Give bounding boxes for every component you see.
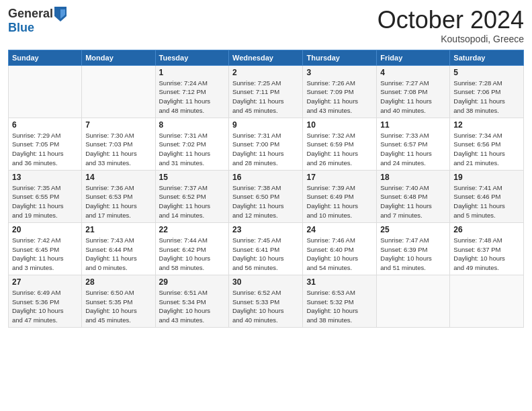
day-cell: 29Sunrise: 6:51 AM Sunset: 5:34 PM Dayli… — [155, 275, 228, 327]
day-cell: 11Sunrise: 7:33 AM Sunset: 6:57 PM Dayli… — [377, 118, 450, 170]
day-number: 17 — [306, 173, 373, 182]
day-cell: 5Sunrise: 7:28 AM Sunset: 7:06 PM Daylig… — [450, 65, 524, 118]
day-cell: 30Sunrise: 6:52 AM Sunset: 5:33 PM Dayli… — [228, 275, 303, 327]
day-cell: 6Sunrise: 7:29 AM Sunset: 7:05 PM Daylig… — [9, 118, 82, 170]
header-cell-saturday: Saturday — [450, 50, 524, 65]
day-cell: 14Sunrise: 7:36 AM Sunset: 6:53 PM Dayli… — [82, 170, 155, 222]
day-info: Sunrise: 7:32 AM Sunset: 6:59 PM Dayligh… — [306, 131, 373, 168]
day-info: Sunrise: 7:35 AM Sunset: 6:55 PM Dayligh… — [12, 183, 78, 220]
day-info: Sunrise: 7:39 AM Sunset: 6:49 PM Dayligh… — [306, 183, 373, 220]
day-number: 8 — [159, 120, 225, 130]
header-cell-sunday: Sunday — [9, 50, 82, 65]
day-number: 13 — [12, 173, 78, 182]
day-number: 22 — [159, 225, 225, 234]
header-cell-monday: Monday — [82, 50, 155, 65]
title-block: October 2024 Koutsopodi, Greece — [378, 7, 524, 44]
header-row: SundayMondayTuesdayWednesdayThursdayFrid… — [9, 50, 524, 65]
day-info: Sunrise: 6:51 AM Sunset: 5:34 PM Dayligh… — [159, 288, 225, 325]
day-number: 15 — [159, 173, 225, 182]
day-info: Sunrise: 6:52 AM Sunset: 5:33 PM Dayligh… — [232, 288, 300, 325]
day-number: 19 — [453, 173, 520, 182]
day-cell: 25Sunrise: 7:47 AM Sunset: 6:39 PM Dayli… — [377, 222, 450, 275]
day-cell: 21Sunrise: 7:43 AM Sunset: 6:44 PM Dayli… — [82, 222, 155, 275]
logo-general: General — [8, 7, 53, 21]
header-cell-tuesday: Tuesday — [155, 50, 228, 65]
day-info: Sunrise: 7:40 AM Sunset: 6:48 PM Dayligh… — [380, 183, 446, 220]
day-info: Sunrise: 6:49 AM Sunset: 5:36 PM Dayligh… — [12, 288, 78, 325]
day-cell: 10Sunrise: 7:32 AM Sunset: 6:59 PM Dayli… — [303, 118, 377, 170]
day-cell: 4Sunrise: 7:27 AM Sunset: 7:08 PM Daylig… — [377, 65, 450, 118]
week-row-3: 13Sunrise: 7:35 AM Sunset: 6:55 PM Dayli… — [9, 170, 524, 222]
day-number: 16 — [232, 173, 300, 182]
day-cell: 16Sunrise: 7:38 AM Sunset: 6:50 PM Dayli… — [228, 170, 303, 222]
day-cell: 13Sunrise: 7:35 AM Sunset: 6:55 PM Dayli… — [9, 170, 82, 222]
calendar-table: SundayMondayTuesdayWednesdayThursdayFrid… — [8, 50, 524, 328]
day-cell: 9Sunrise: 7:31 AM Sunset: 7:00 PM Daylig… — [228, 118, 303, 170]
day-cell: 20Sunrise: 7:42 AM Sunset: 6:45 PM Dayli… — [9, 222, 82, 275]
day-info: Sunrise: 6:53 AM Sunset: 5:32 PM Dayligh… — [306, 288, 373, 325]
day-cell: 24Sunrise: 7:46 AM Sunset: 6:40 PM Dayli… — [303, 222, 377, 275]
day-number: 26 — [453, 225, 520, 234]
logo-blue: Blue — [8, 21, 34, 34]
day-info: Sunrise: 7:29 AM Sunset: 7:05 PM Dayligh… — [12, 131, 78, 168]
day-number: 29 — [159, 277, 225, 287]
day-info: Sunrise: 7:31 AM Sunset: 7:02 PM Dayligh… — [159, 131, 225, 168]
day-cell — [377, 275, 450, 327]
day-info: Sunrise: 7:28 AM Sunset: 7:06 PM Dayligh… — [453, 79, 520, 116]
day-number: 2 — [232, 68, 300, 77]
day-cell — [82, 65, 155, 118]
day-number: 4 — [380, 68, 446, 77]
day-cell: 15Sunrise: 7:37 AM Sunset: 6:52 PM Dayli… — [155, 170, 228, 222]
day-cell: 1Sunrise: 7:24 AM Sunset: 7:12 PM Daylig… — [155, 65, 228, 118]
day-cell: 18Sunrise: 7:40 AM Sunset: 6:48 PM Dayli… — [377, 170, 450, 222]
day-info: Sunrise: 7:24 AM Sunset: 7:12 PM Dayligh… — [159, 79, 225, 116]
day-cell: 12Sunrise: 7:34 AM Sunset: 6:56 PM Dayli… — [450, 118, 524, 170]
day-number: 11 — [380, 120, 446, 130]
day-info: Sunrise: 7:33 AM Sunset: 6:57 PM Dayligh… — [380, 131, 446, 168]
day-info: Sunrise: 7:47 AM Sunset: 6:39 PM Dayligh… — [380, 236, 446, 273]
logo: General Blue — [8, 7, 66, 35]
day-cell — [9, 65, 82, 118]
day-number: 10 — [306, 120, 373, 130]
day-info: Sunrise: 6:50 AM Sunset: 5:35 PM Dayligh… — [85, 288, 151, 325]
day-info: Sunrise: 7:36 AM Sunset: 6:53 PM Dayligh… — [85, 183, 151, 220]
week-row-4: 20Sunrise: 7:42 AM Sunset: 6:45 PM Dayli… — [9, 222, 524, 275]
day-cell: 23Sunrise: 7:45 AM Sunset: 6:41 PM Dayli… — [228, 222, 303, 275]
day-number: 18 — [380, 173, 446, 182]
day-info: Sunrise: 7:42 AM Sunset: 6:45 PM Dayligh… — [12, 236, 78, 273]
logo-icon — [54, 7, 66, 21]
day-cell — [450, 275, 524, 327]
day-info: Sunrise: 7:43 AM Sunset: 6:44 PM Dayligh… — [85, 236, 151, 273]
day-info: Sunrise: 7:25 AM Sunset: 7:11 PM Dayligh… — [232, 79, 300, 116]
day-cell: 3Sunrise: 7:26 AM Sunset: 7:09 PM Daylig… — [303, 65, 377, 118]
week-row-2: 6Sunrise: 7:29 AM Sunset: 7:05 PM Daylig… — [9, 118, 524, 170]
month-title: October 2024 — [378, 7, 524, 34]
header-cell-friday: Friday — [377, 50, 450, 65]
header-cell-wednesday: Wednesday — [228, 50, 303, 65]
page-container: General Blue October 2024 Koutsopodi, Gr… — [0, 0, 532, 333]
location: Koutsopodi, Greece — [378, 34, 524, 44]
page-header: General Blue October 2024 Koutsopodi, Gr… — [8, 7, 524, 44]
day-cell: 22Sunrise: 7:44 AM Sunset: 6:42 PM Dayli… — [155, 222, 228, 275]
day-info: Sunrise: 7:48 AM Sunset: 6:37 PM Dayligh… — [453, 236, 520, 273]
day-number: 25 — [380, 225, 446, 234]
day-info: Sunrise: 7:26 AM Sunset: 7:09 PM Dayligh… — [306, 79, 373, 116]
day-info: Sunrise: 7:30 AM Sunset: 7:03 PM Dayligh… — [85, 131, 151, 168]
day-number: 9 — [232, 120, 300, 130]
day-number: 21 — [85, 225, 151, 234]
day-cell: 2Sunrise: 7:25 AM Sunset: 7:11 PM Daylig… — [228, 65, 303, 118]
day-info: Sunrise: 7:41 AM Sunset: 6:46 PM Dayligh… — [453, 183, 520, 220]
day-number: 30 — [232, 277, 300, 287]
day-number: 23 — [232, 225, 300, 234]
day-number: 31 — [306, 277, 373, 287]
week-row-5: 27Sunrise: 6:49 AM Sunset: 5:36 PM Dayli… — [9, 275, 524, 327]
day-info: Sunrise: 7:45 AM Sunset: 6:41 PM Dayligh… — [232, 236, 300, 273]
day-number: 27 — [12, 277, 78, 287]
day-info: Sunrise: 7:37 AM Sunset: 6:52 PM Dayligh… — [159, 183, 225, 220]
day-number: 20 — [12, 225, 78, 234]
day-cell: 31Sunrise: 6:53 AM Sunset: 5:32 PM Dayli… — [303, 275, 377, 327]
day-cell: 17Sunrise: 7:39 AM Sunset: 6:49 PM Dayli… — [303, 170, 377, 222]
day-cell: 26Sunrise: 7:48 AM Sunset: 6:37 PM Dayli… — [450, 222, 524, 275]
day-info: Sunrise: 7:27 AM Sunset: 7:08 PM Dayligh… — [380, 79, 446, 116]
day-number: 28 — [85, 277, 151, 287]
